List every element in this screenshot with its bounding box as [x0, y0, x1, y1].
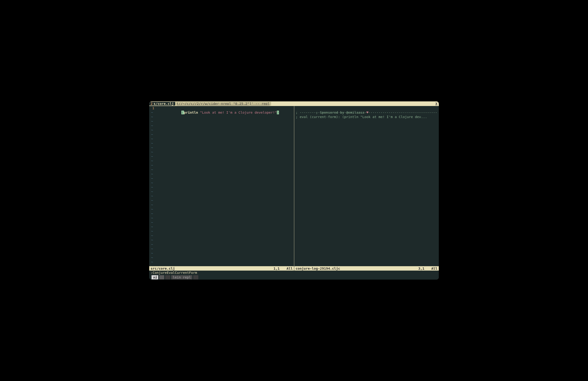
empty-line-tilde: ~ — [149, 220, 294, 225]
empty-line-tilde: ~ — [149, 207, 294, 211]
empty-line-tilde: ~ — [149, 190, 294, 194]
line-number: 1 — [149, 106, 157, 110]
empty-line-tilde: ~ — [149, 159, 294, 163]
empty-line-tilde: ~ — [149, 233, 294, 238]
inactive-tab[interactable]: t//~/c/c//2/r/w/cider-nrepl "0.25.2"]' -… — [175, 102, 271, 106]
status-position: 1,1 — [273, 267, 280, 270]
status-scroll: All — [287, 267, 293, 270]
empty-line-tilde: ~ — [149, 251, 294, 256]
status-left-pane: src/core.clj 1,1 All — [149, 266, 294, 271]
repl-eval-line: ; eval (current-form): (println "Look at… — [294, 115, 439, 119]
empty-line-tilde: ~ — [149, 172, 294, 176]
close-icon[interactable]: X — [435, 102, 437, 106]
close-paren-highlight: ) — [277, 111, 279, 114]
empty-line-tilde: ~ — [149, 194, 294, 198]
terminal-window: 2 s/core.clj t//~/c/c//2/r/w/cider-nrepl… — [149, 101, 439, 280]
empty-line-tilde: ~ — [149, 133, 294, 137]
status-position: 3,1 — [419, 267, 424, 270]
status-filename: src/core.clj — [151, 267, 175, 270]
status-lines: src/core.clj 1,1 All conjure-log-29194.c… — [149, 266, 439, 271]
source-pane[interactable]: 1 (println "Look at me! I'm a Clojure de… — [149, 106, 294, 266]
empty-line-tilde: ~ — [149, 198, 294, 203]
empty-line-tilde: ~ — [149, 163, 294, 168]
function-name: println — [184, 111, 198, 114]
tab-line: 2 s/core.clj t//~/c/c//2/r/w/cider-nrepl… — [149, 101, 439, 106]
status-filename: conjure-log-29194.cljc — [296, 267, 340, 270]
active-tab-number: 2 — [151, 102, 153, 106]
empty-line-tilde: ~ — [149, 137, 294, 141]
status-scroll: All — [431, 267, 437, 270]
editor-area: 1 (println "Look at me! I'm a Clojure de… — [149, 106, 439, 266]
open-paren-highlight: ( — [181, 111, 184, 114]
active-tab[interactable]: 2 s/core.clj — [149, 102, 175, 106]
tmux-inactive-window[interactable]: lein repl — [171, 275, 192, 279]
empty-line-tilde: ~ — [149, 181, 294, 185]
code-text: (println "Look at me! I'm a Clojure deve… — [157, 106, 279, 110]
empty-line-tilde: ~ — [149, 256, 294, 260]
code-line[interactable]: 1 (println "Look at me! I'm a Clojure de… — [149, 106, 294, 110]
tmux-active-window[interactable]: vi — [151, 275, 158, 279]
tmux-decoration — [159, 275, 164, 279]
empty-line-tilde: ~ — [149, 176, 294, 181]
empty-line-tilde: ~ — [149, 225, 294, 229]
tmux-status: vi lein repl — [149, 275, 439, 280]
empty-line-tilde: ~ — [149, 216, 294, 220]
active-tab-label: s/core.clj — [154, 102, 174, 106]
empty-line-tilde: ~ — [149, 128, 294, 133]
empty-line-tilde: ~ — [149, 141, 294, 146]
repl-sponsor-line: ; Sponsored by @emilaasa ♥ — [294, 106, 439, 110]
empty-line-tilde: ~ — [149, 264, 294, 266]
empty-line-tilde: ~ — [149, 168, 294, 172]
empty-line-tilde: ~ — [149, 124, 294, 128]
status-right-pane: conjure-log-29194.cljc 3,1 All — [294, 266, 439, 271]
empty-line-tilde: ~ — [149, 146, 294, 150]
tmux-decoration — [165, 275, 170, 279]
empty-line-tilde: ~ — [149, 238, 294, 242]
repl-log-pane[interactable]: ; Sponsored by @emilaasa ♥ ; -----------… — [294, 106, 439, 266]
empty-line-tilde: ~ — [149, 119, 294, 124]
empty-line-tilde: ~ — [149, 154, 294, 159]
empty-line-tilde: ~ — [149, 260, 294, 264]
string-literal: "Look at me! I'm a Clojure developer!" — [200, 111, 277, 114]
repl-separator-line: ; --------------------------------------… — [294, 110, 439, 115]
source-content: 1 (println "Look at me! I'm a Clojure de… — [149, 106, 294, 266]
tmux-decoration — [193, 275, 198, 279]
command-line[interactable]: :ConjureEvalCurrentForm — [149, 271, 439, 275]
empty-line-tilde: ~ — [149, 242, 294, 247]
empty-line-tilde: ~ — [149, 185, 294, 190]
empty-line-tilde: ~ — [149, 211, 294, 216]
empty-line-tilde: ~ — [149, 150, 294, 154]
repl-content: ; Sponsored by @emilaasa ♥ ; -----------… — [294, 106, 439, 266]
empty-line-tilde: ~ — [149, 247, 294, 251]
empty-line-tilde: ~ — [149, 203, 294, 207]
empty-line-tilde: ~ — [149, 229, 294, 233]
